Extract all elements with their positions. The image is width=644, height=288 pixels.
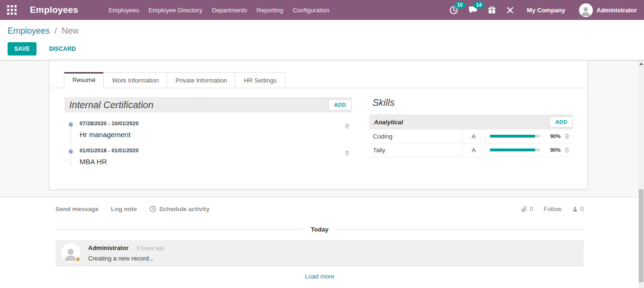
certification-timeline: 07/28/2020 - 10/01/2020 Hr management 01…	[64, 116, 352, 170]
skill-row: Coding A 90%	[369, 130, 573, 143]
vertical-scrollbar[interactable]	[638, 60, 644, 288]
timeline-dot-icon	[69, 122, 73, 127]
paperclip-icon	[521, 205, 527, 213]
gift-icon[interactable]	[488, 6, 496, 15]
message-body: Creating a new record...	[88, 255, 164, 262]
tab-private-information[interactable]: Private Information	[167, 72, 236, 88]
skills-add-button[interactable]: ADD	[550, 116, 573, 128]
follow-button[interactable]: Follow	[544, 205, 562, 213]
skill-progress-bar	[485, 130, 545, 143]
certification-entry: 07/28/2020 - 10/01/2020 Hr management	[64, 116, 352, 143]
menu-employee-directory[interactable]: Employee Directory	[144, 1, 207, 19]
skill-row: Tally A 90%	[369, 143, 573, 157]
messages-button[interactable]: 14	[468, 6, 478, 14]
chatter-message: Administrator - 2 hours ago Creating a n…	[55, 240, 584, 267]
certification-add-button[interactable]: ADD	[328, 99, 352, 111]
user-avatar	[579, 3, 593, 17]
delete-skill-icon[interactable]	[561, 147, 573, 153]
certification-dates: 01/01/2018 - 01/01/2020	[80, 148, 352, 153]
chatter: Send message Log note Schedule activity …	[0, 197, 644, 280]
skill-progress-bar	[485, 143, 545, 157]
resume-section: Internal Certification ADD 07/28/2020 - …	[64, 97, 352, 170]
timeline-dot-icon	[69, 149, 73, 154]
company-switcher[interactable]: My Company	[527, 7, 565, 14]
attachment-count: 0	[530, 205, 533, 213]
message-author: Administrator	[88, 244, 128, 251]
skill-progress-label: 90%	[545, 147, 561, 153]
user-status-dot	[75, 257, 81, 262]
skills-section: Skills Analytical ADD Coding A 90%	[369, 97, 573, 170]
delete-certification-icon[interactable]	[344, 149, 350, 156]
skill-name[interactable]: Coding	[369, 133, 462, 140]
delete-skill-icon[interactable]	[561, 133, 573, 139]
follower-person-icon	[572, 206, 578, 212]
certification-dates: 07/28/2020 - 10/01/2020	[80, 121, 352, 126]
load-more-link[interactable]: Load more	[55, 273, 584, 280]
discard-button[interactable]: DISCARD	[43, 43, 82, 55]
messages-badge: 14	[473, 2, 484, 9]
breadcrumb-current: New	[62, 26, 79, 36]
scrollbar-thumb[interactable]	[639, 189, 644, 282]
message-avatar	[61, 243, 80, 262]
skill-group-title: Analytical	[374, 119, 403, 126]
message-timestamp: - 2 hours ago	[134, 245, 164, 251]
breadcrumb-employees[interactable]: Employees	[8, 26, 50, 36]
skill-group-header: Analytical ADD	[369, 114, 573, 130]
skill-level[interactable]: A	[462, 130, 485, 143]
app-title[interactable]: Employees	[30, 5, 78, 15]
skill-progress-label: 90%	[545, 133, 561, 139]
activities-button[interactable]: 10	[449, 6, 458, 15]
send-message-button[interactable]: Send message	[55, 205, 99, 213]
top-navbar: Employees Employees Employee Directory D…	[0, 0, 644, 20]
activities-badge: 10	[454, 2, 465, 9]
menu-configuration[interactable]: Configuration	[288, 1, 334, 19]
form-view: Resumé Work Information Private Informat…	[0, 60, 644, 197]
scroll-up-icon[interactable]	[639, 63, 643, 65]
notebook-tabs: Resumé Work Information Private Informat…	[49, 60, 587, 88]
certification-name[interactable]: Hr management	[80, 130, 352, 139]
breadcrumb: Employees / New	[8, 26, 636, 36]
tab-resume[interactable]: Resumé	[64, 72, 104, 88]
follower-count: 0	[581, 205, 584, 213]
menu-reporting[interactable]: Reporting	[252, 1, 288, 19]
main-menu: Employees Employee Directory Departments…	[104, 1, 334, 19]
certification-entry: 01/01/2018 - 01/01/2020 MBA HR	[64, 143, 352, 170]
certification-title: Internal Certification	[69, 100, 154, 111]
menu-departments[interactable]: Departments	[207, 1, 252, 19]
save-button[interactable]: SAVE	[8, 42, 36, 56]
form-sheet: Resumé Work Information Private Informat…	[49, 60, 588, 190]
tools-icon[interactable]	[506, 6, 514, 14]
user-name: Administrator	[597, 7, 637, 14]
skill-level[interactable]: A	[462, 143, 485, 157]
tab-hr-settings[interactable]: HR Settings	[235, 72, 285, 88]
tab-work-information[interactable]: Work Information	[103, 72, 167, 88]
user-menu[interactable]: Administrator	[579, 3, 637, 17]
menu-employees[interactable]: Employees	[104, 1, 144, 19]
schedule-clock-icon	[149, 205, 156, 213]
skills-title: Skills	[372, 97, 573, 108]
breadcrumb-separator: /	[54, 26, 57, 36]
certification-name[interactable]: MBA HR	[80, 158, 352, 166]
apps-grid-icon[interactable]	[7, 5, 17, 15]
log-note-button[interactable]: Log note	[111, 205, 137, 213]
schedule-activity-button[interactable]: Schedule activity	[149, 205, 209, 213]
attachments-button[interactable]: 0	[521, 205, 533, 213]
date-divider: Today	[55, 226, 584, 233]
control-panel: Employees / New SAVE DISCARD	[0, 20, 644, 60]
skill-name[interactable]: Tally	[369, 147, 462, 154]
followers-button[interactable]: 0	[572, 205, 584, 213]
certification-header: Internal Certification ADD	[64, 97, 352, 112]
delete-certification-icon[interactable]	[344, 122, 350, 129]
